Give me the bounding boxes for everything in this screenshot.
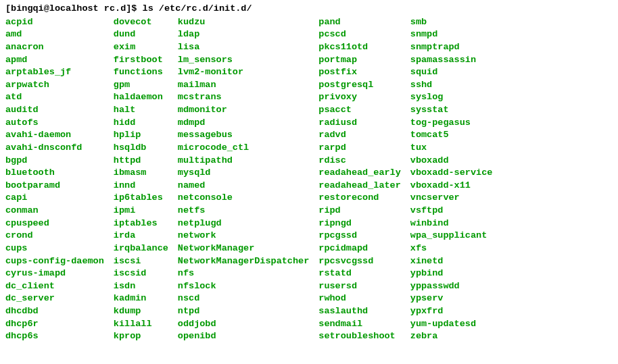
ls-entry: ypxfrd [410,305,493,318]
ls-entry: tomcat5 [410,129,493,142]
ls-entry: mdmonitor [178,104,309,117]
ls-entry: arpwatch [5,79,104,92]
ls-entry: capi [5,192,104,205]
ls-entry: arptables_jf [5,66,104,79]
ls-entry: portmap [318,54,401,67]
shell-command: ls /etc/rc.d/init.d/ [143,3,252,14]
ls-entry: spamassassin [410,54,493,67]
ls-entry: snmpd [410,28,493,41]
ls-entry: NetworkManagerDispatcher [178,255,309,268]
ls-entry: lm_sensors [178,54,309,67]
ls-entry: dhcp6r [5,318,104,331]
shell-prompt: [bingqi@localhost rc.d]$ [5,3,137,14]
ls-entry: gpm [114,79,168,92]
ls-entry: rpcgssd [318,230,401,242]
ls-entry: cups [5,242,104,255]
ls-entry: vboxadd-service [410,167,493,180]
ls-entry: xinetd [410,255,493,268]
ls-entry: mdmpd [178,117,309,130]
ls-entry: kdump [114,305,168,318]
ls-entry: mcstrans [178,91,309,104]
ls-entry: radiusd [318,117,401,130]
ls-entry: NetworkManager [178,242,309,255]
ls-entry: dc_server [5,292,104,305]
ls-entry: yppasswdd [410,280,493,293]
ls-column-0: acpidamdanacronapmdarptables_jfarpwatcha… [5,16,104,343]
ls-entry: innd [114,180,168,192]
ls-entry: dhcdbd [5,305,104,318]
ls-entry: mysqld [178,167,309,180]
ls-entry: iscsi [114,255,168,268]
ls-entry: netfs [178,205,309,217]
ls-entry: xfs [410,242,493,255]
ls-entry: apmd [5,54,104,67]
ls-entry: pand [318,16,401,29]
ls-entry: iptables [114,217,168,230]
ls-entry: radvd [318,129,401,142]
ls-entry: lisa [178,41,309,54]
ls-entry: rpcsvcgssd [318,255,401,268]
ls-entry: dund [114,28,168,41]
ls-entry: rstatd [318,267,401,280]
ls-entry: yum-updatesd [410,318,493,331]
ls-entry: squid [410,66,493,79]
ls-entry: snmptrapd [410,41,493,54]
ls-entry: haldaemon [114,91,168,104]
ls-entry: netplugd [178,217,309,230]
ls-entry: oddjobd [178,318,309,331]
ls-entry: pcscd [318,28,401,41]
ls-entry: bgpd [5,155,104,167]
ls-output-columns: acpidamdanacronapmdarptables_jfarpwatcha… [5,16,613,343]
ls-entry: rwhod [318,292,401,305]
ls-entry: dhcp6s [5,330,104,343]
ls-entry: iscsid [114,267,168,280]
ls-entry: kudzu [178,16,309,29]
ls-entry: atd [5,91,104,104]
ls-entry: amd [5,28,104,41]
ls-entry: ip6tables [114,192,168,205]
ls-entry: irda [114,230,168,242]
ls-entry: ipmi [114,205,168,217]
ls-entry: privoxy [318,91,401,104]
ls-entry: cups-config-daemon [5,255,104,268]
ls-entry: crond [5,230,104,242]
ls-entry: lvm2-monitor [178,66,309,79]
ls-entry: ypserv [410,292,493,305]
ls-entry: functions [114,66,168,79]
ls-entry: tog-pegasus [410,117,493,130]
ls-entry: bootparamd [5,180,104,192]
ls-entry: ldap [178,28,309,41]
ls-entry: vncserver [410,192,493,205]
ls-entry: killall [114,318,168,331]
ls-column-1: dovecotdundeximfirstbootfunctionsgpmhald… [114,16,168,343]
ls-column-2: kudzuldaplisalm_sensorslvm2-monitormailm… [178,16,309,343]
ls-entry: sendmail [318,318,401,331]
ls-entry: kadmin [114,292,168,305]
ls-column-3: pandpcscdpkcs11otdportmappostfixpostgres… [318,16,401,343]
ls-entry: pkcs11otd [318,41,401,54]
ls-entry: netconsole [178,192,309,205]
ls-entry: multipathd [178,155,309,167]
ls-entry: saslauthd [318,305,401,318]
ls-entry: httpd [114,155,168,167]
ls-entry: postfix [318,66,401,79]
ls-entry: wpa_supplicant [410,230,493,242]
terminal-prompt-line: [bingqi@localhost rc.d]$ ls /etc/rc.d/in… [5,3,613,16]
ls-entry: firstboot [114,54,168,67]
ls-entry: hidd [114,117,168,130]
ls-entry: exim [114,41,168,54]
ls-entry: winbind [410,217,493,230]
ls-entry: nfslock [178,280,309,293]
ls-entry: smb [410,16,493,29]
ls-entry: acpid [5,16,104,29]
ls-entry: conman [5,205,104,217]
ls-entry: restorecond [318,192,401,205]
ls-entry: ntpd [178,305,309,318]
ls-entry: hplip [114,129,168,142]
ls-entry: isdn [114,280,168,293]
ls-entry: postgresql [318,79,401,92]
ls-entry: readahead_early [318,167,401,180]
ls-entry: network [178,230,309,242]
ls-entry: anacron [5,41,104,54]
ls-entry: psacct [318,104,401,117]
